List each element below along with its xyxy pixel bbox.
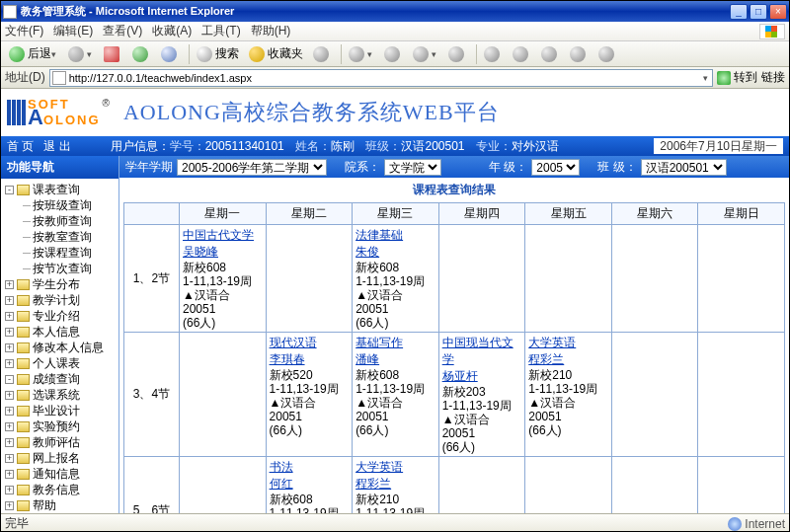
course-link[interactable]: 现代汉语 — [270, 335, 350, 351]
tree-label: 按教室查询 — [33, 229, 92, 246]
expand-icon[interactable]: + — [5, 343, 14, 352]
stop-button[interactable] — [100, 43, 126, 65]
menu-edit[interactable]: 编辑(E) — [53, 23, 93, 39]
mail-button[interactable]: ▾ — [345, 43, 378, 65]
teacher-link[interactable]: 程彩兰 — [528, 351, 608, 368]
refresh-button[interactable] — [128, 43, 155, 65]
menu-tools[interactable]: 工具(T) — [201, 23, 240, 39]
go-button[interactable]: 转到 — [717, 69, 757, 86]
back-button[interactable]: 后退▾ — [5, 43, 62, 65]
tree-node[interactable]: +专业介绍 — [1, 308, 118, 324]
ext-button-4[interactable] — [566, 43, 592, 65]
forward-button[interactable]: ▾ — [64, 43, 98, 65]
forward-icon — [68, 46, 84, 62]
expand-icon[interactable]: + — [5, 422, 14, 431]
expand-icon[interactable]: + — [5, 391, 14, 400]
tree-node[interactable]: -课表查询 — [1, 182, 118, 197]
tree-node[interactable]: +实验预约 — [1, 418, 118, 434]
menu-help[interactable]: 帮助(H) — [251, 23, 291, 39]
expand-icon[interactable]: + — [5, 280, 14, 289]
tree-child[interactable]: 按节次查询 — [1, 261, 118, 276]
tree-child[interactable]: 按教师查询 — [1, 213, 118, 229]
course-link[interactable]: 基础写作 — [356, 335, 435, 351]
tree-node[interactable]: +选课系统 — [1, 387, 118, 403]
tree-node[interactable]: +教师评估 — [1, 434, 118, 450]
ext-button-5[interactable] — [594, 43, 621, 65]
expand-icon[interactable]: + — [5, 454, 14, 463]
period-cell: 3、4节 — [124, 333, 180, 457]
tree-node[interactable]: +教学计划 — [1, 292, 118, 308]
tree-child[interactable]: 按教室查询 — [1, 229, 118, 245]
links-button[interactable]: 链接 — [761, 69, 785, 86]
expand-icon[interactable]: + — [5, 470, 14, 479]
filter-class-select[interactable]: 汉语200501 — [641, 159, 727, 176]
course-link[interactable]: 中国现当代文学 — [442, 335, 522, 368]
tree-node[interactable]: +本人信息 — [1, 324, 118, 340]
tree-child[interactable]: 按课程查询 — [1, 245, 118, 261]
teacher-link[interactable]: 潘峰 — [356, 351, 435, 368]
collapse-icon[interactable]: - — [5, 375, 14, 384]
ext-button-3[interactable] — [537, 43, 564, 65]
home-button[interactable] — [157, 43, 184, 65]
minimize-button[interactable]: _ — [730, 4, 748, 20]
course-link[interactable]: 书法 — [270, 459, 350, 476]
tree-node[interactable]: +通知信息 — [1, 466, 118, 482]
folder-icon — [17, 421, 30, 432]
nav-logout[interactable]: 退 出 — [43, 138, 70, 155]
course-link[interactable]: 法律基础 — [356, 227, 435, 244]
expand-icon[interactable]: + — [5, 359, 14, 368]
menu-favorites[interactable]: 收藏(A) — [152, 23, 192, 39]
print-button[interactable] — [380, 43, 407, 65]
course-link[interactable]: 中国古代文学 — [183, 227, 263, 244]
globe-icon — [728, 517, 742, 531]
teacher-link[interactable]: 朱俊 — [356, 244, 435, 261]
tree-node[interactable]: +帮助 — [1, 497, 118, 513]
tree-node[interactable]: +个人课表 — [1, 355, 118, 371]
tree-child[interactable]: 按班级查询 — [1, 197, 118, 213]
weeks-text: 1-11,13-19周 — [356, 274, 435, 288]
tree-node[interactable]: +网上报名 — [1, 450, 118, 466]
edit-button[interactable]: ▾ — [409, 43, 442, 65]
course-link[interactable]: 大学英语 — [356, 459, 435, 476]
tree-node[interactable]: +修改本人信息 — [1, 340, 118, 355]
expand-icon[interactable]: + — [5, 407, 14, 416]
search-button[interactable]: 搜索 — [193, 43, 243, 65]
folder-icon — [17, 390, 30, 401]
teacher-link[interactable]: 吴晓峰 — [183, 244, 263, 261]
collapse-icon[interactable]: - — [5, 186, 14, 194]
expand-icon[interactable]: + — [5, 486, 14, 494]
expand-icon[interactable]: + — [5, 328, 14, 337]
discuss-button[interactable] — [444, 43, 471, 65]
url-input[interactable] — [69, 71, 703, 85]
course-link[interactable]: 大学英语 — [528, 335, 608, 351]
menu-file[interactable]: 文件(F) — [5, 23, 43, 39]
ext-button-1[interactable] — [480, 43, 507, 65]
generic-icon — [598, 46, 614, 62]
ext-button-2[interactable] — [509, 43, 535, 65]
expand-icon[interactable]: + — [5, 501, 14, 510]
expand-icon[interactable]: + — [5, 438, 14, 447]
tree-node[interactable]: -成绩查询 — [1, 371, 118, 387]
filter-dept-select[interactable]: 文学院 — [384, 159, 441, 176]
menu-view[interactable]: 查看(V) — [103, 23, 142, 39]
expand-icon[interactable]: + — [5, 296, 14, 305]
teacher-link[interactable]: 何红 — [270, 476, 350, 493]
maximize-button[interactable]: □ — [750, 4, 767, 20]
tree-node[interactable]: +教务信息 — [1, 482, 118, 497]
favorites-button[interactable]: 收藏夹 — [245, 43, 307, 65]
nav-home[interactable]: 首 页 — [7, 138, 34, 155]
teacher-link[interactable]: 杨亚杆 — [442, 368, 522, 385]
history-button[interactable] — [309, 43, 336, 65]
schedule-scroll[interactable]: 星期一星期二星期三星期四星期五星期六星期日1、2节中国古代文学吴晓峰新校6081… — [119, 202, 789, 513]
star-icon — [249, 46, 265, 62]
chevron-down-icon[interactable]: ▾ — [703, 73, 708, 83]
filter-term-select[interactable]: 2005-2006学年第二学期 — [177, 159, 327, 176]
tree-node[interactable]: +毕业设计 — [1, 403, 118, 418]
tree-node[interactable]: +学生分布 — [1, 276, 118, 292]
teacher-link[interactable]: 李琪春 — [270, 351, 350, 368]
teacher-link[interactable]: 程彩兰 — [356, 476, 435, 493]
filter-grade-select[interactable]: 2005 — [531, 159, 580, 176]
url-box[interactable]: ▾ — [49, 69, 713, 87]
expand-icon[interactable]: + — [5, 312, 14, 321]
close-button[interactable]: × — [769, 4, 787, 20]
